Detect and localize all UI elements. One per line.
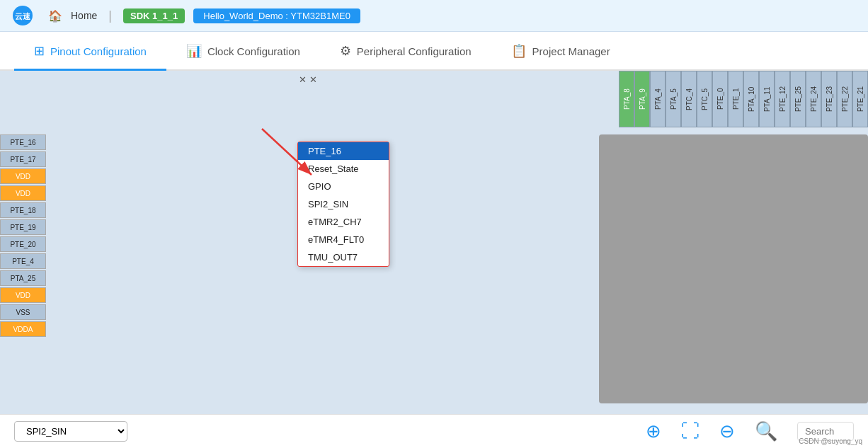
pin-row[interactable]: PTE_19 bbox=[0, 219, 46, 235]
top-pin-PTE_23: PTE_23 bbox=[821, 71, 837, 127]
top-pin-PTA_9: PTA_9 bbox=[634, 71, 650, 127]
pin-row[interactable]: PTE_20 bbox=[0, 236, 46, 252]
close-x2[interactable]: ✕ bbox=[309, 74, 317, 85]
pin-cell-VDDA: VDDA bbox=[0, 321, 46, 337]
pin-cell-VDD: VDD bbox=[0, 287, 46, 303]
peripheral-icon: ⚙ bbox=[340, 43, 351, 59]
separator: | bbox=[108, 8, 112, 23]
pin-row[interactable]: VSS bbox=[0, 304, 46, 320]
dropdown-item-Reset_State[interactable]: Reset_State bbox=[298, 160, 389, 178]
tab-peripheral[interactable]: ⚙ Peripheral Configuration bbox=[320, 33, 491, 71]
dropdown-item-eTMR4_FLT0[interactable]: eTMR4_FLT0 bbox=[298, 231, 389, 248]
pin-cell-VSS: VSS bbox=[0, 304, 46, 320]
pin-cell-PTA_25: PTA_25 bbox=[0, 270, 46, 286]
pin-row[interactable]: PTE_16 bbox=[0, 134, 46, 150]
watermark: CSDN @suyong_yq bbox=[799, 437, 862, 445]
sdk-badge: SDK 1_1_1 bbox=[123, 8, 185, 23]
pin-cell-PTE_16: PTE_16 bbox=[0, 134, 46, 150]
home-link[interactable]: Home bbox=[71, 10, 97, 21]
tab-pinout-label: Pinout Configuration bbox=[50, 45, 147, 57]
pin-cell-PTE_4: PTE_4 bbox=[0, 253, 46, 269]
pin-row[interactable]: VDD bbox=[0, 168, 46, 184]
pinout-icon: ⊞ bbox=[34, 43, 45, 59]
left-pin-rows: PTE_16PTE_17VDDVDDPTE_18PTE_19PTE_20PTE_… bbox=[0, 134, 46, 338]
dropdown-item-eTMR2_CH7[interactable]: eTMR2_CH7 bbox=[298, 213, 389, 231]
zoom-in-button[interactable]: ⊕ bbox=[646, 420, 661, 442]
pin-cell-VDD: VDD bbox=[0, 185, 46, 201]
top-pin-PTE_21: PTE_21 bbox=[852, 71, 868, 127]
tab-project[interactable]: 📋 Project Manager bbox=[491, 33, 630, 71]
project-badge: Hello_World_Demo : YTM32B1ME0 bbox=[193, 8, 360, 23]
tab-pinout[interactable]: ⊞ Pinout Configuration bbox=[14, 33, 166, 71]
project-icon: 📋 bbox=[511, 43, 527, 59]
top-pin-PTC_5: PTC_5 bbox=[697, 71, 712, 127]
bottom-toolbar: SPI2_SINGPIOReset_StateeTMR2_CH7eTMR4_FL… bbox=[0, 414, 868, 448]
top-pin-PTA_4: PTA_4 bbox=[650, 71, 666, 127]
header: 云速 🏠 Home | SDK 1_1_1 Hello_World_Demo :… bbox=[0, 0, 868, 32]
pin-row[interactable]: VDD bbox=[0, 287, 46, 303]
top-pin-PTE_0: PTE_0 bbox=[712, 71, 728, 127]
top-pin-PTE_12: PTE_12 bbox=[775, 71, 790, 127]
pin-row[interactable]: VDDA bbox=[0, 321, 46, 337]
main-area: PTA_8PTA_9PTA_4PTA_5PTC_4PTC_5PTE_0PTE_1… bbox=[0, 71, 868, 414]
chip-body bbox=[599, 134, 868, 403]
pin-function-select[interactable]: SPI2_SINGPIOReset_StateeTMR2_CH7eTMR4_FL… bbox=[14, 421, 127, 442]
pin-cell-PTE_19: PTE_19 bbox=[0, 219, 46, 235]
pin-cell-PTE_18: PTE_18 bbox=[0, 202, 46, 218]
top-pin-PTE_24: PTE_24 bbox=[806, 71, 821, 127]
zoom-out-button[interactable]: ⊖ bbox=[719, 420, 735, 442]
pin-cell-VDD: VDD bbox=[0, 168, 46, 184]
top-pin-PTE_25: PTE_25 bbox=[790, 71, 806, 127]
home-icon: 🏠 bbox=[48, 9, 62, 23]
dropdown-item-TMU_OUT7[interactable]: TMU_OUT7 bbox=[298, 248, 389, 266]
close-x1[interactable]: ✕ bbox=[299, 74, 307, 85]
fit-button[interactable]: ⛶ bbox=[681, 420, 699, 442]
search-icon-button[interactable]: 🔍 bbox=[755, 420, 777, 442]
x-buttons: ✕ ✕ bbox=[299, 74, 317, 85]
dropdown-item-PTE_16[interactable]: PTE_16 bbox=[298, 142, 389, 160]
top-pin-headers: PTA_8PTA_9PTA_4PTA_5PTC_4PTC_5PTE_0PTE_1… bbox=[619, 71, 868, 127]
tab-peripheral-label: Peripheral Configuration bbox=[357, 45, 472, 57]
top-pin-PTA_8: PTA_8 bbox=[619, 71, 634, 127]
pin-row[interactable]: PTE_4 bbox=[0, 253, 46, 269]
clock-icon: 📊 bbox=[186, 43, 202, 59]
dropdown-item-GPIO[interactable]: GPIO bbox=[298, 178, 389, 195]
pin-row[interactable]: PTE_18 bbox=[0, 202, 46, 218]
home-label: Home bbox=[71, 10, 97, 21]
dropdown-item-SPI2_SIN[interactable]: SPI2_SIN bbox=[298, 195, 389, 213]
top-pin-PTE_1: PTE_1 bbox=[728, 71, 743, 127]
logo: 云速 bbox=[11, 4, 34, 27]
svg-text:云速: 云速 bbox=[15, 12, 31, 21]
top-pin-PTA_11: PTA_11 bbox=[759, 71, 775, 127]
pin-dropdown: PTE_16Reset_StateGPIOSPI2_SINeTMR2_CH7eT… bbox=[297, 142, 389, 267]
pin-row[interactable]: PTA_25 bbox=[0, 270, 46, 286]
tab-clock[interactable]: 📊 Clock Configuration bbox=[166, 33, 320, 71]
top-pin-PTA_5: PTA_5 bbox=[666, 71, 681, 127]
nav-tabs: ⊞ Pinout Configuration 📊 Clock Configura… bbox=[0, 32, 868, 71]
top-pin-PTA_10: PTA_10 bbox=[743, 71, 759, 127]
top-pin-PTC_4: PTC_4 bbox=[681, 71, 697, 127]
pin-cell-PTE_20: PTE_20 bbox=[0, 236, 46, 252]
tab-clock-label: Clock Configuration bbox=[207, 45, 300, 57]
logo-icon: 云速 bbox=[11, 4, 34, 27]
pin-cell-PTE_17: PTE_17 bbox=[0, 151, 46, 167]
pin-row[interactable]: PTE_17 bbox=[0, 151, 46, 167]
top-pin-PTE_22: PTE_22 bbox=[837, 71, 852, 127]
tab-project-label: Project Manager bbox=[532, 45, 610, 57]
pin-row[interactable]: VDD bbox=[0, 185, 46, 201]
